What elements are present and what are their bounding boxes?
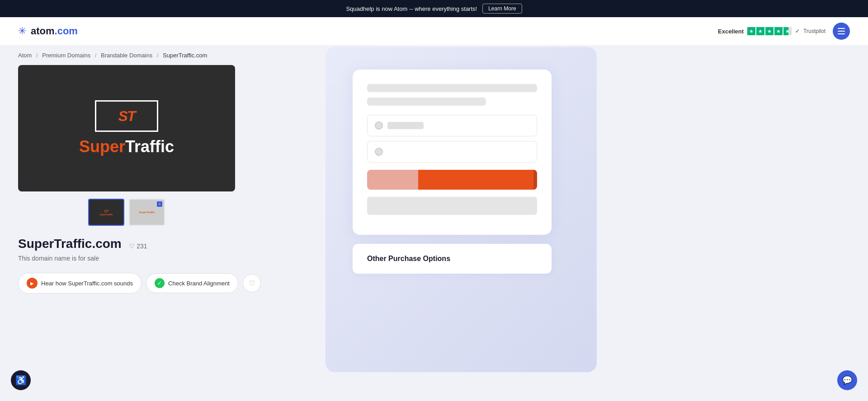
atom-logo-icon: ✳ [18,25,26,37]
menu-button[interactable] [833,23,850,40]
logo-traffic: Traffic [125,137,174,156]
domain-likes: ♡ 231 [129,242,147,250]
price-bar-right [418,170,533,190]
check-label: Check Brand Alignment [168,280,230,287]
thumbnail-2[interactable]: SuperTraffic S [129,199,165,226]
thumb1-name: SuperTraffic [99,213,113,216]
site-header: ✳ atom.com Excellent ★ ★ ★ ★ ★ ✓ Trustpi… [0,17,868,46]
price-bar-edge [533,170,537,190]
logo-text: atom.com [31,25,78,37]
breadcrumb-sep2: / [95,52,97,59]
logo-full-name: SuperTraffic [79,137,174,156]
main-content: ST SuperTraffic ST SuperTraffic SuperTra… [0,65,868,312]
price-bar-left [367,170,418,190]
star-5-half: ★ [783,27,792,35]
breadcrumb-atom[interactable]: Atom [18,52,32,59]
star-1: ★ [747,27,755,35]
skeleton-line-2 [367,98,486,106]
hear-domain-button[interactable]: ▶ Hear how SuperTraffic.com sounds [18,273,142,294]
check-brand-alignment-button[interactable]: ✓ Check Brand Alignment [146,273,238,293]
trustpilot-rating: Excellent [718,28,744,35]
action-buttons: ▶ Hear how SuperTraffic.com sounds ✓ Che… [18,273,326,294]
thumb2-name: SuperTraffic [139,211,155,214]
right-section: Other Purchase Options [353,65,850,294]
hear-label: Hear how SuperTraffic.com sounds [41,280,133,287]
breadcrumb-brandable-domains[interactable]: Brandable Domains [101,52,152,59]
thumbnail-gallery: ST SuperTraffic SuperTraffic S [18,199,235,226]
breadcrumb-sep1: / [36,52,38,59]
announcement-banner: Squadhelp is now Atom -- where everythin… [0,0,868,17]
wishlist-button[interactable]: ♡ [243,274,261,292]
star-2: ★ [756,27,764,35]
checkmark-icon: ✓ [155,278,165,288]
purchase-card [353,70,552,235]
likes-count: 231 [137,242,147,250]
logo-area: ✳ atom.com [18,25,78,37]
skeleton-button [367,197,537,215]
other-options-title: Other Purchase Options [367,255,450,262]
chat-button[interactable]: 💬 [837,370,857,390]
accessibility-button[interactable]: ♿ [11,370,31,390]
radio-1 [375,121,383,130]
logo-mark: ST [95,100,158,132]
price-bar [367,170,537,190]
star-4: ★ [774,27,783,35]
banner-text: Squadhelp is now Atom -- where everythin… [346,5,477,12]
star-3: ★ [765,27,774,35]
skeleton-line-1 [367,84,537,92]
purchase-option-2[interactable] [367,141,537,163]
domain-title: SuperTraffic.com [18,237,122,251]
option-1-label [387,122,424,129]
left-section: ST SuperTraffic ST SuperTraffic SuperTra… [18,65,326,294]
domain-logo-card: ST SuperTraffic [18,65,235,191]
header-right: Excellent ★ ★ ★ ★ ★ ✓ Trustpilot [718,23,850,40]
chat-icon: 💬 [842,375,852,385]
breadcrumb-current: SuperTraffic.com [163,52,207,59]
accessibility-icon: ♿ [15,375,27,386]
menu-icon-line2 [838,31,845,32]
logo-display: ST SuperTraffic [79,100,174,156]
right-content: Other Purchase Options [353,70,850,274]
purchase-option-1[interactable] [367,115,537,136]
domain-title-area: SuperTraffic.com ♡ 231 [18,237,326,251]
logo-dot-com: .com [55,25,78,37]
wishlist-heart-icon: ♡ [249,279,255,288]
thumb1-logo: ST [104,209,108,213]
thumb2-badge: S [157,201,162,207]
heart-icon: ♡ [129,242,135,250]
trustpilot-label: Trustpilot [803,28,826,34]
trustpilot-checkmark: ✓ [795,28,800,34]
thumbnail-1[interactable]: ST SuperTraffic [88,199,124,226]
other-options-section: Other Purchase Options [353,244,552,274]
menu-icon-line3 [838,33,845,34]
play-icon: ▶ [27,278,38,289]
domain-subtitle: This domain name is for sale [18,255,326,262]
trustpilot-stars: ★ ★ ★ ★ ★ [747,27,792,35]
trustpilot-area: Excellent ★ ★ ★ ★ ★ ✓ Trustpilot [718,27,826,35]
learn-more-button[interactable]: Learn More [482,4,522,14]
menu-icon-line1 [838,28,845,29]
logo-mark-letters: ST [118,108,135,125]
breadcrumb-premium-domains[interactable]: Premium Domains [42,52,90,59]
radio-2 [375,148,383,156]
breadcrumb-sep3: / [157,52,159,59]
